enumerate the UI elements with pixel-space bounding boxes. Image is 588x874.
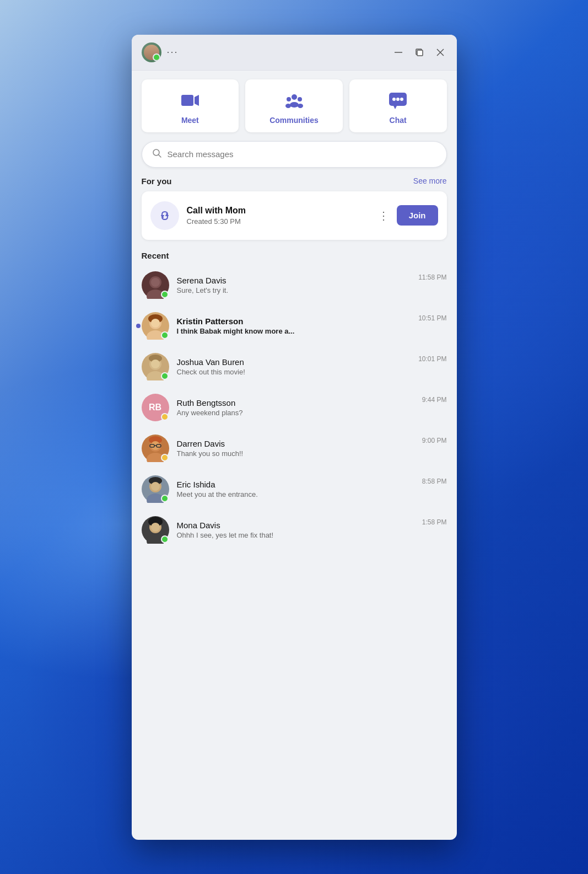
chat-label: Chat [390, 116, 407, 125]
chat-name: Ruth Bengtsson [177, 398, 414, 407]
status-indicator [161, 372, 169, 380]
chat-name: Kristin Patterson [177, 317, 411, 326]
chat-content: Mona DavisOhhh I see, yes let me fix tha… [177, 521, 414, 539]
svg-line-19 [158, 154, 161, 157]
unread-indicator [136, 324, 141, 328]
chat-time: 8:58 PM [422, 478, 447, 485]
svg-point-15 [396, 98, 400, 101]
chat-preview: Any weekend plans? [177, 409, 414, 417]
chat-time: 9:00 PM [422, 437, 447, 444]
chat-preview: I think Babak might know more a... [177, 327, 411, 335]
chat-time: 9:44 PM [422, 396, 447, 404]
svg-point-12 [298, 104, 303, 108]
user-avatar[interactable] [142, 42, 161, 62]
search-input[interactable] [168, 149, 436, 159]
nav-tiles: Meet Communities [132, 71, 457, 141]
svg-point-48 [151, 482, 160, 491]
more-options-button[interactable]: ··· [167, 46, 179, 58]
svg-point-14 [392, 98, 396, 101]
chat-avatar: RB [142, 394, 169, 421]
chat-preview: Ohhh I see, yes let me fix that! [177, 531, 414, 539]
call-info: Call with Mom Created 5:30 PM [187, 206, 368, 226]
close-button[interactable] [434, 46, 447, 59]
chat-item[interactable]: RBRuth BengtssonAny weekend plans?9:44 P… [132, 387, 457, 428]
chat-content: Serena DavisSure, Let's try it. [177, 276, 411, 294]
chat-avatar [142, 435, 169, 462]
chat-item[interactable]: Mona DavisOhhh I see, yes let me fix tha… [132, 510, 457, 550]
chat-list: Serena DavisSure, Let's try it.11:58 PM … [132, 265, 457, 550]
for-you-header: For you See more [132, 176, 457, 191]
svg-point-8 [287, 97, 291, 101]
for-you-title: For you [142, 176, 172, 186]
communities-label: Communities [269, 116, 319, 125]
chat-content: Kristin PattersonI think Babak might kno… [177, 317, 411, 335]
chat-item[interactable]: Kristin PattersonI think Babak might kno… [132, 305, 457, 346]
chat-tile[interactable]: Chat [349, 79, 447, 132]
svg-point-16 [400, 98, 403, 101]
svg-point-9 [298, 97, 302, 101]
chat-avatar [142, 353, 169, 380]
status-indicator [161, 454, 169, 462]
chat-preview: Sure, Let's try it. [177, 286, 411, 294]
chat-avatar [142, 475, 169, 503]
communities-icon [283, 89, 305, 111]
chat-content: Ruth BengtssonAny weekend plans? [177, 398, 414, 417]
svg-point-25 [151, 278, 160, 287]
main-window: ··· [132, 35, 457, 840]
search-icon [152, 148, 162, 160]
status-indicator [161, 331, 169, 339]
communities-tile[interactable]: Communities [245, 79, 343, 132]
chat-name: Mona Davis [177, 521, 414, 530]
svg-point-7 [292, 94, 297, 100]
video-icon [179, 89, 201, 111]
chat-content: Eric IshidaMeet you at the entrance. [177, 480, 414, 498]
titlebar-left: ··· [142, 42, 179, 62]
svg-rect-5 [181, 95, 193, 106]
chat-content: Joshua Van BurenCheck out this movie! [177, 357, 411, 376]
status-indicator [161, 291, 169, 298]
chat-name: Serena Davis [177, 276, 411, 285]
meet-tile[interactable]: Meet [142, 79, 239, 132]
titlebar: ··· [132, 35, 457, 71]
svg-marker-17 [393, 106, 397, 109]
chat-avatar [142, 312, 169, 340]
chat-content: Darren DavisThank you so much!! [177, 439, 414, 458]
window-controls [392, 46, 447, 59]
chat-preview: Thank you so much!! [177, 449, 414, 458]
svg-point-53 [151, 523, 160, 532]
join-button[interactable]: Join [397, 205, 438, 226]
status-indicator [161, 413, 169, 421]
chat-item[interactable]: Serena DavisSure, Let's try it.11:58 PM [132, 265, 457, 305]
chat-avatar [142, 271, 169, 299]
svg-rect-2 [417, 50, 423, 56]
chat-time: 1:58 PM [422, 518, 447, 526]
svg-marker-6 [195, 95, 199, 106]
chat-name: Darren Davis [177, 439, 414, 448]
status-indicator [161, 495, 169, 502]
minimize-button[interactable] [392, 46, 405, 59]
chat-time: 11:58 PM [418, 274, 446, 281]
chat-name: Joshua Van Buren [177, 357, 411, 367]
call-card-actions: ⋮ Join [376, 205, 438, 226]
call-title: Call with Mom [187, 206, 368, 216]
chat-time: 10:51 PM [418, 314, 446, 322]
chat-time: 10:01 PM [418, 355, 446, 363]
chat-item[interactable]: Joshua Van BurenCheck out this movie!10:… [132, 346, 457, 387]
restore-button[interactable] [413, 46, 426, 59]
status-indicator [161, 535, 169, 543]
svg-point-35 [151, 360, 160, 368]
search-bar[interactable] [142, 141, 447, 168]
meet-label: Meet [181, 116, 199, 125]
recent-section: Recent [132, 251, 457, 265]
chat-avatar [142, 516, 169, 544]
see-more-button[interactable]: See more [413, 176, 447, 185]
svg-point-30 [151, 319, 160, 328]
call-more-button[interactable]: ⋮ [376, 207, 391, 224]
svg-point-10 [290, 102, 299, 108]
chat-name: Eric Ishida [177, 480, 414, 489]
call-link-icon [150, 201, 179, 230]
svg-point-11 [285, 104, 291, 108]
call-card[interactable]: Call with Mom Created 5:30 PM ⋮ Join [142, 191, 447, 240]
chat-item[interactable]: Eric IshidaMeet you at the entrance.8:58… [132, 469, 457, 510]
chat-item[interactable]: Darren DavisThank you so much!!9:00 PM [132, 428, 457, 469]
